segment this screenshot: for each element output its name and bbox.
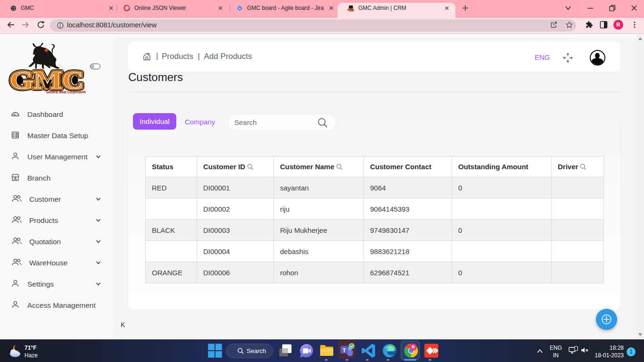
svg-text:T: T — [343, 347, 346, 353]
svg-text:General Meat Corporation: General Meat Corporation — [46, 90, 86, 94]
